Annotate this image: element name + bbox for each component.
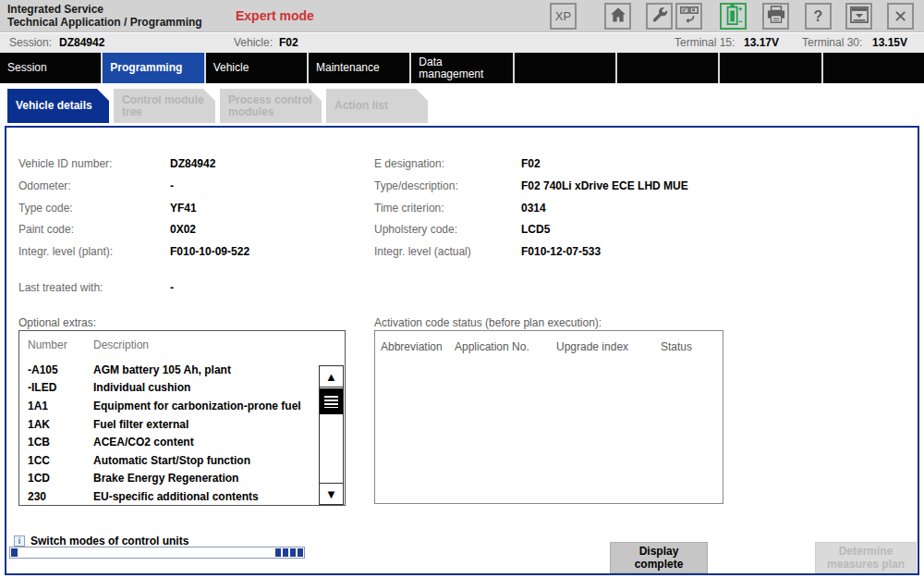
tools-button[interactable]	[646, 3, 673, 30]
field-value: 0314	[521, 202, 546, 215]
progress-bar	[9, 547, 305, 559]
column-header-status: Status	[661, 340, 692, 353]
table-row[interactable]: 230 EU-specific additional contents	[19, 487, 345, 506]
screen-switch-icon	[679, 5, 699, 28]
column-header-number: Number	[28, 338, 93, 351]
progress-segment	[298, 548, 303, 557]
field-label: Upholstery code:	[374, 223, 457, 236]
field-label: Integr. level (plant):	[18, 245, 113, 258]
scroll-thumb[interactable]	[320, 388, 343, 414]
table-row[interactable]: 1A1 Equipment for carbonization-prone fu…	[19, 397, 345, 415]
field-label: Paint code:	[18, 223, 74, 236]
vehicle-label: Vehicle:	[234, 36, 273, 49]
menu-tab-vehicle[interactable]: Vehicle	[206, 53, 307, 83]
menu-tab-data-management[interactable]: Data management	[411, 53, 512, 83]
status-line: i Switch modes of control units	[14, 535, 188, 547]
field-label: Integr. level (actual)	[374, 245, 471, 258]
xp-button[interactable]: XP	[550, 3, 577, 30]
optional-extras-header: Number Description	[19, 331, 345, 361]
wrench-icon	[650, 6, 669, 27]
vehicle-value: F02	[279, 36, 298, 49]
app-window: Integrated Service Technical Application…	[0, 0, 924, 578]
vehicle-details-panel: Vehicle ID number: DZ84942 Odometer: - T…	[5, 126, 919, 575]
activation-table-header: Abbreviation Application No. Upgrade ind…	[375, 331, 723, 353]
column-header-application-no: Application No.	[455, 340, 556, 353]
field-value: DZ84942	[170, 157, 215, 170]
field-value: LCD5	[521, 223, 550, 236]
terminal30-value: 13.15V	[872, 36, 907, 49]
info-icon: i	[14, 535, 25, 547]
field-value: -	[170, 179, 174, 192]
tab-process-control-modules[interactable]: Process control modules	[220, 89, 322, 123]
battery-status-button[interactable]	[720, 3, 747, 30]
close-button[interactable]: ✕	[887, 3, 914, 30]
column-header-upgrade-index: Upgrade index	[556, 340, 661, 353]
table-row[interactable]: 1CC Automatic Start/Stop function	[19, 451, 345, 470]
menu-tab-programming[interactable]: Programming	[103, 53, 203, 83]
main-menu: Session Programming Vehicle Maintenance …	[0, 53, 924, 83]
scroll-up-button[interactable]: ▲	[320, 366, 343, 387]
dock-window-icon	[849, 6, 869, 27]
field-label: Odometer:	[18, 179, 71, 192]
scroll-down-button[interactable]: ▼	[320, 483, 343, 504]
session-value: DZ84942	[59, 36, 104, 49]
field-label: Type/description:	[374, 179, 458, 192]
app-title-line1: Integrated Service	[7, 3, 202, 16]
menu-tab-session[interactable]: Session	[0, 53, 101, 83]
title-bar: Integrated Service Technical Application…	[0, 0, 924, 32]
app-title: Integrated Service Technical Application…	[7, 3, 202, 29]
progress-segment	[290, 548, 296, 557]
field-value: 0X02	[170, 223, 196, 236]
field-value: F010-10-09-522	[170, 245, 249, 258]
field-label: Time criterion:	[374, 202, 444, 215]
menu-tab-maintenance[interactable]: Maintenance	[309, 53, 409, 83]
field-label: Vehicle ID number:	[18, 157, 112, 170]
battery-icon	[724, 4, 743, 29]
grip-icon	[324, 396, 338, 408]
tab-action-list[interactable]: Action list	[326, 89, 428, 123]
menu-tab-empty	[617, 53, 718, 83]
table-row[interactable]: 1CD Brake Energy Regeneration	[19, 470, 345, 488]
progress-segment	[283, 548, 288, 557]
toolbar: XP	[550, 3, 914, 30]
screen-switch-button[interactable]	[675, 3, 702, 30]
tab-control-module-tree[interactable]: Control module tree	[114, 89, 215, 123]
optional-extras-table: Number Description -A105 AGM battery 105…	[18, 330, 346, 506]
session-label: Session:	[9, 36, 52, 49]
extras-scrollbar[interactable]: ▲ ▼	[319, 365, 344, 505]
terminal30-label: Terminal 30:	[802, 36, 862, 49]
column-header-description: Description	[93, 338, 149, 351]
expert-mode-label: Expert mode	[236, 8, 314, 23]
table-row[interactable]: 1CB ACEA/CO2 content	[19, 433, 345, 451]
print-button[interactable]	[762, 3, 789, 30]
tab-vehicle-details[interactable]: Vehicle details	[7, 89, 109, 123]
triangle-down-icon: ▼	[325, 487, 337, 501]
dock-button[interactable]	[845, 3, 872, 30]
progress-segment	[11, 548, 18, 557]
optional-extras-title: Optional extras:	[18, 316, 96, 329]
menu-tab-empty	[720, 53, 821, 83]
terminal15-label: Terminal 15:	[675, 36, 735, 49]
activation-code-table: Abbreviation Application No. Upgrade ind…	[374, 330, 723, 504]
help-button[interactable]: ?	[805, 3, 832, 30]
menu-tab-empty	[515, 53, 615, 83]
activation-table-title: Activation code status (before plan exec…	[374, 316, 602, 329]
field-value: YF41	[170, 202, 197, 215]
table-row[interactable]: -ILED Individual cushion	[19, 379, 345, 398]
determine-measures-plan-button[interactable]: Determine measures plan	[815, 542, 917, 573]
display-complete-button[interactable]: Display complete	[610, 542, 708, 573]
field-value: F02 740Li xDrive ECE LHD MUE	[521, 179, 688, 192]
app-title-line2: Technical Application / Programming	[7, 16, 202, 29]
table-row[interactable]: -A105 AGM battery 105 Ah, plant	[19, 361, 345, 379]
home-button[interactable]	[604, 3, 631, 30]
field-label: Last treated with:	[18, 281, 103, 294]
status-text: Switch modes of control units	[30, 535, 188, 547]
field-label: E designation:	[374, 157, 444, 170]
home-icon	[609, 6, 627, 27]
field-value: F02	[521, 157, 541, 170]
progress-segment	[275, 548, 281, 557]
session-bar: Session: DZ84942 Vehicle: F02 Terminal 1…	[0, 33, 924, 53]
table-row[interactable]: 1AK Fuel filter external	[19, 415, 345, 434]
printer-icon	[766, 6, 786, 27]
field-value: F010-12-07-533	[521, 245, 601, 258]
